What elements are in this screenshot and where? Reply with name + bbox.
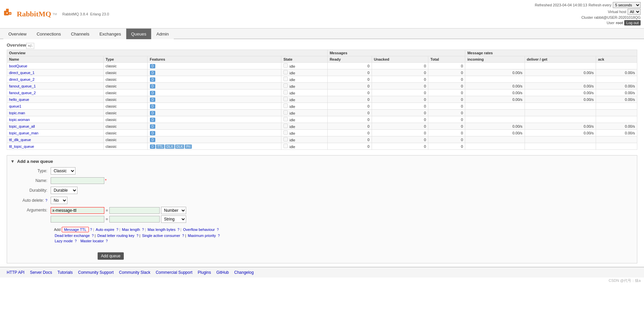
max-length-bytes-help[interactable]: ?: [177, 228, 179, 232]
nav-admin[interactable]: Admin: [151, 28, 174, 39]
arg1-type-select[interactable]: Number String Boolean: [161, 207, 186, 214]
queue-name-link[interactable]: topic_queue_man: [9, 131, 38, 135]
footer-community-support[interactable]: Community Support: [78, 270, 114, 275]
queue-name-link[interactable]: bootQueue: [9, 64, 27, 68]
queue-rate-deliver_get: [525, 103, 596, 110]
queue-rate-ack: 0.00/s: [596, 130, 637, 136]
add-queue-header[interactable]: ▼ Add a new queue: [10, 159, 634, 164]
arg1-key-input[interactable]: [51, 207, 104, 214]
auto-expire-link[interactable]: Auto expire: [96, 228, 114, 232]
queue-features: D: [148, 96, 281, 103]
queue-rate-incoming: [465, 143, 525, 150]
queue-name-link[interactable]: ttl_topic_queue: [9, 144, 34, 148]
durability-label: Durability:: [10, 188, 51, 193]
queue-rate-ack: 0.00/s: [596, 96, 637, 103]
overflow-behaviour-link[interactable]: Overflow behaviour: [183, 228, 215, 232]
auto-delete-help[interactable]: ?: [45, 199, 47, 202]
queue-name-link[interactable]: topic.man: [9, 111, 25, 115]
footer-http-api[interactable]: HTTP API: [7, 270, 24, 275]
queue-name-link[interactable]: ttl_dlk_queue: [9, 138, 31, 142]
lazy-mode-link[interactable]: Lazy mode: [55, 239, 73, 243]
footer-community-slack[interactable]: Community Slack: [119, 270, 150, 275]
dead-letter-exchange-link[interactable]: Dead letter exchange: [55, 234, 90, 238]
dead-letter-routing-key-link[interactable]: Dead letter routing key: [97, 234, 135, 238]
nav-connections[interactable]: Connections: [32, 28, 66, 39]
queue-state: idle: [281, 136, 327, 143]
queue-name-link[interactable]: topic.woman: [9, 118, 30, 122]
message-ttl-button[interactable]: Message TTL: [62, 227, 89, 232]
footer-commercial-support[interactable]: Commercial Support: [156, 270, 192, 275]
master-locator-help[interactable]: ?: [106, 239, 108, 243]
navigation: Overview Connections Channels Exchanges …: [0, 28, 644, 39]
type-select[interactable]: Classic Quorum: [51, 167, 75, 175]
queue-name-link[interactable]: queue1: [9, 104, 21, 108]
logout-button[interactable]: Log out: [624, 20, 641, 25]
nav-queues[interactable]: Queues: [126, 28, 152, 39]
max-length-bytes-link[interactable]: Max length bytes: [148, 228, 175, 232]
queue-name-link[interactable]: fanout_queue_2: [9, 91, 36, 95]
queue-rate-incoming: [465, 116, 525, 123]
queue-rate-ack: [596, 143, 637, 150]
queue-type: classic: [103, 136, 148, 143]
table-row: direct_queue_2classicD idle000: [7, 76, 637, 83]
arguments-inputs: = Number String Boolean = String Numb: [51, 207, 186, 224]
auto-expire-help[interactable]: ?: [116, 228, 118, 232]
queue-name-link[interactable]: topic_queue_all: [9, 124, 35, 128]
footer-server-docs[interactable]: Server Docs: [30, 270, 52, 275]
queue-ready: 0: [327, 143, 372, 150]
queue-ready: 0: [327, 110, 372, 116]
name-input[interactable]: [51, 177, 104, 184]
queue-state: idle: [281, 110, 327, 116]
dead-letter-routing-key-help[interactable]: ?: [137, 234, 139, 238]
single-active-consumer-link[interactable]: Single active consumer: [142, 234, 180, 238]
queue-total: 0: [428, 130, 465, 136]
nav-exchanges[interactable]: Exchanges: [94, 28, 126, 39]
queue-ready: 0: [327, 76, 372, 83]
queue-rate-ack: [596, 116, 637, 123]
plus-minus-button[interactable]: +/-: [26, 43, 34, 49]
queue-type: classic: [103, 143, 148, 150]
arg2-key-input[interactable]: [51, 216, 104, 223]
name-label: Name:: [10, 178, 51, 183]
footer-changelog[interactable]: Changelog: [234, 270, 254, 275]
lazy-mode-help[interactable]: ?: [75, 239, 77, 243]
version-info: RabbitMQ 3.8.4 Erlang 23.0: [62, 12, 109, 16]
auto-delete-select[interactable]: No Yes: [51, 197, 67, 204]
queue-name-link[interactable]: hello_queue: [9, 98, 29, 102]
queue-state: idle: [281, 63, 327, 69]
refresh-select[interactable]: 5 seconds 10 seconds 30 seconds 60 secon…: [613, 2, 641, 8]
arg2-value-input[interactable]: [109, 216, 160, 223]
nav-overview[interactable]: Overview: [3, 28, 32, 39]
arg2-type-select[interactable]: String Number Boolean: [161, 215, 186, 223]
queue-rate-deliver_get: 0.00/s: [525, 89, 596, 96]
single-active-consumer-help[interactable]: ?: [182, 234, 184, 238]
master-locator-link[interactable]: Master locator: [80, 239, 104, 243]
footer-tutorials[interactable]: Tutorials: [57, 270, 73, 275]
overflow-behaviour-help[interactable]: ?: [217, 228, 219, 232]
add-queue-button[interactable]: Add queue: [98, 252, 124, 260]
virtual-host-row: Virtual host All /: [535, 9, 641, 15]
queue-features: DTTLDLXDLKPri: [148, 143, 281, 150]
nav-channels[interactable]: Channels: [66, 28, 94, 39]
message-ttl-help[interactable]: ?: [90, 228, 92, 232]
dead-letter-exchange-help[interactable]: ?: [92, 234, 94, 238]
queue-rate-ack: [596, 136, 637, 143]
maximum-priority-link[interactable]: Maximum priority: [188, 234, 216, 238]
queue-total: 0: [428, 116, 465, 123]
queue-ready: 0: [327, 103, 372, 110]
queue-name-link[interactable]: fanout_queue_1: [9, 84, 36, 88]
maximum-priority-help[interactable]: ?: [218, 234, 220, 238]
table-row: direct_queue_1classicD idle0000.00/s0.00…: [7, 69, 637, 76]
queue-name-link[interactable]: direct_queue_1: [9, 71, 35, 75]
max-length-help[interactable]: ?: [142, 228, 144, 232]
durability-select[interactable]: Durable Transient: [51, 187, 77, 194]
footer-github[interactable]: GitHub: [216, 270, 229, 275]
queue-features: D: [148, 83, 281, 89]
queue-rate-incoming: 0.00/s: [465, 83, 525, 89]
footer-plugins[interactable]: Plugins: [198, 270, 211, 275]
max-length-link[interactable]: Max length: [122, 228, 140, 232]
arg1-value-input[interactable]: [109, 207, 160, 214]
svg-point-3: [6, 12, 8, 14]
queue-name-link[interactable]: direct_queue_2: [9, 77, 35, 81]
virtual-host-select[interactable]: All /: [628, 9, 641, 15]
